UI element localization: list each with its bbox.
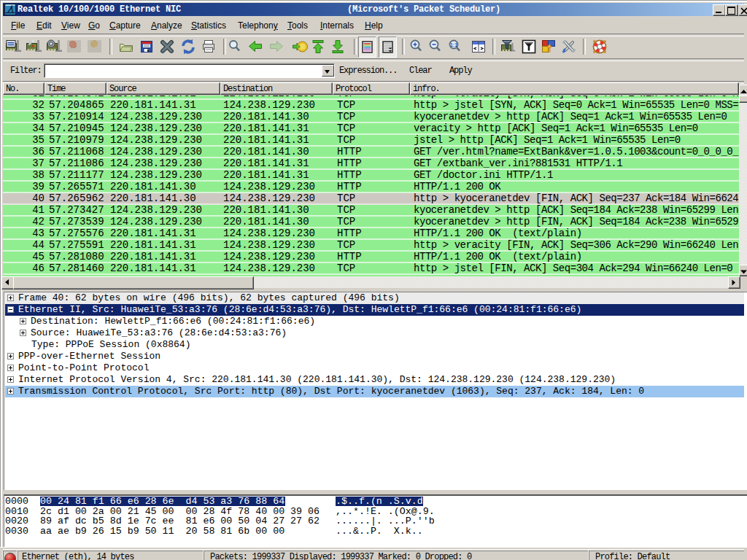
svg-text:1:1: 1:1 [450, 42, 457, 47]
